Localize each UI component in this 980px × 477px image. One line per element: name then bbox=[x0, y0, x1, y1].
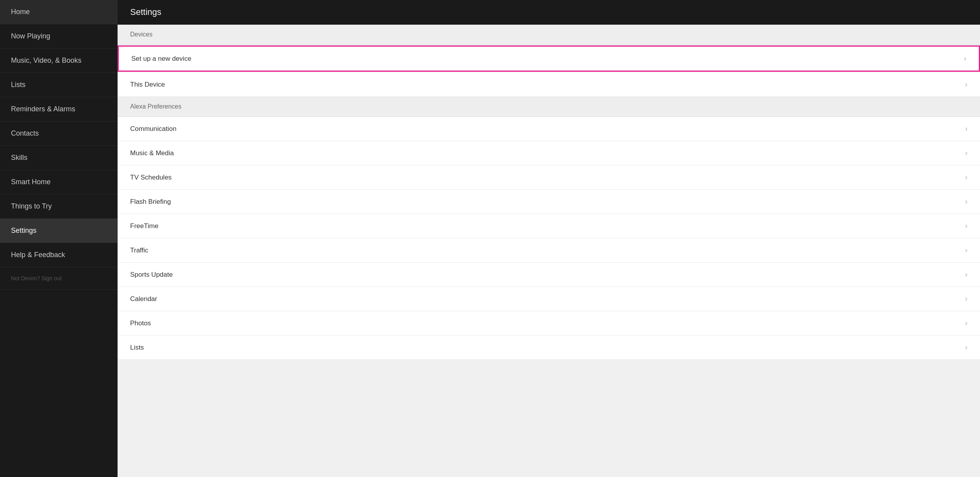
sign-out-link[interactable]: Not Devon? Sign out bbox=[0, 267, 117, 290]
chevron-right-icon: › bbox=[965, 173, 967, 181]
settings-item-label: Music & Media bbox=[130, 149, 174, 157]
page-header: Settings bbox=[118, 0, 980, 25]
settings-item-set-up-a-new-device[interactable]: Set up a new device› bbox=[118, 45, 980, 72]
sidebar-item-help-feedback[interactable]: Help & Feedback bbox=[0, 243, 117, 267]
chevron-right-icon: › bbox=[965, 222, 967, 230]
chevron-right-icon: › bbox=[965, 295, 967, 303]
settings-item-label: Traffic bbox=[130, 247, 148, 254]
settings-item-freetime[interactable]: FreeTime› bbox=[118, 214, 980, 238]
settings-item-tv-schedules[interactable]: TV Schedules› bbox=[118, 165, 980, 190]
settings-item-calendar[interactable]: Calendar› bbox=[118, 287, 980, 311]
settings-item-label: This Device bbox=[130, 81, 165, 89]
chevron-right-icon: › bbox=[965, 80, 967, 89]
settings-item-sports-update[interactable]: Sports Update› bbox=[118, 263, 980, 287]
settings-item-label: Lists bbox=[130, 344, 144, 352]
sidebar-item-settings[interactable]: Settings bbox=[0, 219, 117, 243]
settings-item-label: Sports Update bbox=[130, 271, 173, 279]
sidebar-item-reminders-alarms[interactable]: Reminders & Alarms bbox=[0, 97, 117, 122]
chevron-right-icon: › bbox=[965, 270, 967, 279]
settings-item-label: Calendar bbox=[130, 295, 157, 303]
settings-item-flash-briefing[interactable]: Flash Briefing› bbox=[118, 190, 980, 214]
settings-item-label: Flash Briefing bbox=[130, 198, 171, 206]
chevron-right-icon: › bbox=[965, 319, 967, 327]
sidebar-item-skills[interactable]: Skills bbox=[0, 146, 117, 170]
content-area[interactable]: DevicesSet up a new device›This Device›A… bbox=[118, 25, 980, 477]
page-title: Settings bbox=[130, 7, 162, 17]
settings-item-label: TV Schedules bbox=[130, 174, 172, 181]
chevron-right-icon: › bbox=[965, 149, 967, 157]
settings-item-photos[interactable]: Photos› bbox=[118, 311, 980, 336]
sidebar-item-home[interactable]: Home bbox=[0, 0, 117, 24]
sidebar-item-things-to-try[interactable]: Things to Try bbox=[0, 194, 117, 219]
sidebar-item-music-video-books[interactable]: Music, Video, & Books bbox=[0, 49, 117, 73]
sidebar: HomeNow PlayingMusic, Video, & BooksList… bbox=[0, 0, 118, 477]
main-content: Settings DevicesSet up a new device›This… bbox=[118, 0, 980, 477]
chevron-right-icon: › bbox=[965, 246, 967, 254]
sidebar-item-contacts[interactable]: Contacts bbox=[0, 122, 117, 146]
sidebar-item-now-playing[interactable]: Now Playing bbox=[0, 24, 117, 49]
section-alexa-preferences: Alexa PreferencesCommunication›Music & M… bbox=[118, 97, 980, 360]
settings-item-traffic[interactable]: Traffic› bbox=[118, 238, 980, 263]
settings-item-label: Photos bbox=[130, 319, 151, 327]
section-devices: DevicesSet up a new device›This Device› bbox=[118, 25, 980, 97]
chevron-right-icon: › bbox=[965, 343, 967, 352]
sidebar-item-smart-home[interactable]: Smart Home bbox=[0, 170, 117, 194]
section-header-devices: Devices bbox=[118, 25, 980, 45]
sidebar-item-lists[interactable]: Lists bbox=[0, 73, 117, 97]
settings-item-music---media[interactable]: Music & Media› bbox=[118, 141, 980, 165]
settings-item-lists[interactable]: Lists› bbox=[118, 336, 980, 360]
settings-item-this-device[interactable]: This Device› bbox=[118, 73, 980, 97]
settings-item-label: FreeTime bbox=[130, 222, 158, 230]
settings-item-label: Set up a new device bbox=[131, 55, 191, 63]
settings-item-label: Communication bbox=[130, 125, 176, 133]
chevron-right-icon: › bbox=[965, 125, 967, 133]
chevron-right-icon: › bbox=[964, 54, 966, 63]
section-header-alexa-preferences: Alexa Preferences bbox=[118, 97, 980, 117]
settings-item-communication[interactable]: Communication› bbox=[118, 117, 980, 141]
chevron-right-icon: › bbox=[965, 198, 967, 206]
